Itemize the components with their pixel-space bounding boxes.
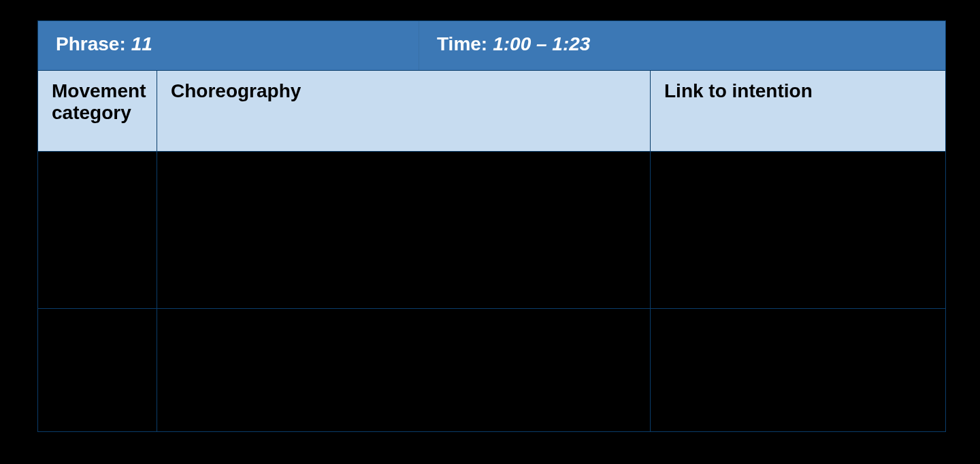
table-header-row: Phrase: 11 Time: 1:00 – 1:23 (38, 21, 945, 70)
phrase-value: 11 (131, 33, 152, 55)
column-heading-choreography: Choreography (157, 71, 651, 151)
phrase-cell: Phrase: 11 (38, 21, 419, 70)
cell-choreography (157, 152, 651, 308)
cell-choreography (157, 309, 651, 431)
cell-movement-category (38, 152, 157, 308)
cell-link-to-intention (651, 309, 945, 431)
phrase-label: Phrase: (56, 33, 126, 55)
dance-phrase-table: Phrase: 11 Time: 1:00 – 1:23 Movement ca… (37, 20, 946, 432)
time-cell: Time: 1:00 – 1:23 (419, 21, 945, 70)
cell-link-to-intention (651, 152, 945, 308)
column-heading-link-to-intention: Link to intention (651, 71, 945, 151)
table-row (38, 308, 945, 431)
time-value: 1:00 – 1:23 (493, 33, 590, 55)
time-label: Time: (437, 33, 487, 55)
column-heading-movement-category: Movement category (38, 71, 157, 151)
cell-movement-category (38, 309, 157, 431)
table-row (38, 151, 945, 308)
column-heading-row: Movement category Choreography Link to i… (38, 70, 945, 151)
